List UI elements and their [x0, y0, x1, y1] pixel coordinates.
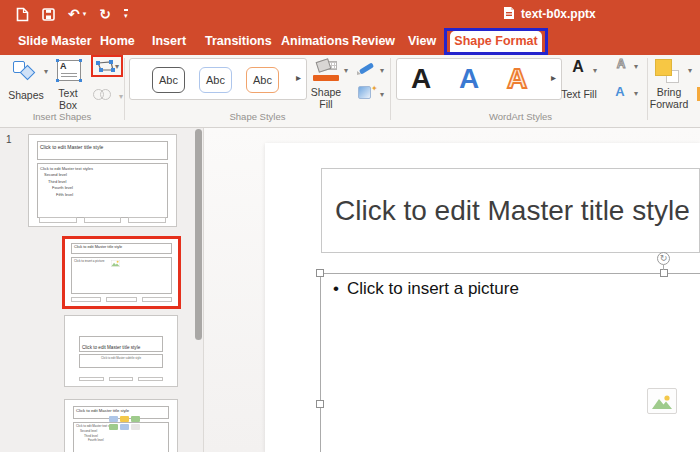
content-media-icon	[131, 424, 140, 430]
text-effects-dropdown-caret[interactable]: ▾	[634, 89, 638, 98]
redo-button[interactable]: ↻	[99, 7, 111, 21]
wordart-option-1[interactable]: A	[401, 60, 441, 98]
document-title: text-b0x.pptx	[521, 7, 596, 21]
text-box-icon-handle	[79, 79, 82, 82]
thumbnail-title-layout[interactable]: Click to edit Master title style Click t…	[64, 315, 178, 387]
shape-effects-icon[interactable]	[358, 86, 371, 99]
shape-styles-more-arrow[interactable]: ▸	[296, 72, 301, 83]
bring-forward-button-label[interactable]: Bring Forward	[640, 86, 698, 110]
content-area: 1 Click to edit Master title style Click…	[0, 128, 700, 452]
selection-handle-top-left[interactable]	[316, 269, 324, 277]
wordart-styles-more-arrow[interactable]: ▸	[551, 72, 556, 83]
undo-button[interactable]: ↶▾	[68, 7, 86, 21]
shape-fill-dropdown-caret[interactable]: ▾	[344, 66, 348, 75]
save-button[interactable]	[42, 8, 55, 21]
text-outline-dropdown-caret[interactable]: ▾	[634, 62, 638, 71]
text-fill-icon[interactable]: A	[566, 58, 590, 84]
ribbon-tab-bar: Slide Master Home Insert Transitions Ani…	[0, 28, 700, 55]
thumb-body-placeholder: Click to edit Master text styles Second …	[37, 163, 168, 218]
thumbnail-picture-layout-selected[interactable]: Click to edit Master title style Click t…	[62, 236, 181, 309]
title-placeholder[interactable]: Click to edit Master title style	[321, 168, 700, 253]
thumb-footer-box	[138, 377, 163, 381]
ribbon: ▾ Shapes A Text Box ▾ ▾ Insert Shapes	[0, 55, 700, 128]
group-label-wordart-styles: WordArt Styles	[468, 111, 573, 122]
shape-fill-icon[interactable]	[313, 59, 340, 84]
text-box-icon-handle	[79, 59, 82, 62]
thumb-title-placeholder: Click to edit Master title style	[71, 243, 172, 254]
thumbnail-content-layout[interactable]: Click to edit Master title style Click t…	[64, 399, 178, 452]
tab-animations[interactable]: Animations	[281, 28, 349, 55]
group-divider	[124, 58, 125, 120]
thumb-footer-row	[39, 217, 166, 223]
thumb-footer-box	[79, 377, 104, 381]
title-placeholder-text: Click to edit Master title style	[322, 169, 699, 252]
tab-slide-master[interactable]: Slide Master	[18, 28, 92, 55]
undo-dropdown-caret[interactable]: ▾	[83, 10, 87, 18]
text-box-icon[interactable]: A	[57, 60, 81, 81]
text-box-icon-letter: A	[60, 61, 67, 71]
quick-access-toolbar: ↶▾ ↻ ▾	[16, 0, 128, 28]
edit-points-dropdown-caret[interactable]: ▾	[115, 62, 119, 71]
shape-style-option-1[interactable]: Abc	[152, 67, 185, 93]
shape-style-option-3[interactable]: Abc	[246, 67, 279, 93]
shape-outline-icon[interactable]	[357, 63, 377, 75]
tab-view[interactable]: View	[408, 28, 436, 55]
picture-placeholder-label: Click to insert a picture	[347, 279, 519, 298]
text-box-icon-handle	[56, 79, 59, 82]
text-effects-icon[interactable]: A	[612, 84, 628, 100]
thumb-title-placeholder: Click to edit Master title style	[37, 141, 168, 160]
shape-style-option-2[interactable]: Abc	[199, 67, 232, 93]
tab-review[interactable]: Review	[352, 28, 395, 55]
panel-divider	[203, 128, 204, 452]
selection-handle-top-center[interactable]	[660, 269, 668, 277]
merge-shapes-circle	[100, 89, 111, 100]
text-outline-icon[interactable]: A	[611, 58, 631, 78]
group-label-insert-shapes: Insert Shapes	[8, 111, 116, 122]
document-title-area: text-b0x.pptx	[503, 0, 596, 28]
text-fill-letter: A	[566, 58, 590, 75]
picture-placeholder-text[interactable]: •Click to insert a picture	[333, 279, 519, 299]
shape-effects-spark: ✦	[371, 84, 378, 93]
rotation-handle-icon[interactable]: ↻	[657, 252, 670, 265]
selection-border-top[interactable]	[320, 273, 700, 274]
powerpoint-window: ↶▾ ↻ ▾ text-b0x.pptx Slide Master Home I…	[0, 0, 700, 452]
edit-points-icon[interactable]	[95, 59, 115, 77]
pen-body	[359, 62, 374, 74]
wordart-option-3[interactable]: A	[497, 60, 537, 98]
insert-picture-icon[interactable]	[647, 388, 677, 414]
shape-fill-button-label[interactable]: Shape Fill	[303, 86, 349, 110]
bring-forward-dropdown-caret[interactable]: ▾	[688, 66, 692, 75]
shapes-dropdown-caret[interactable]: ▾	[44, 67, 48, 76]
tab-home[interactable]: Home	[100, 28, 135, 55]
group-label-shape-styles: Shape Styles	[210, 111, 305, 122]
thumb-footer-box	[71, 297, 101, 302]
wordart-styles-gallery: A A A ▸	[396, 58, 562, 100]
shape-effects-dropdown-caret[interactable]: ▾	[380, 90, 384, 99]
shapes-button-label[interactable]: Shapes	[0, 89, 52, 101]
content-picture-icon	[109, 424, 118, 430]
selection-handle-middle-left[interactable]	[316, 400, 324, 408]
thumbnail-master[interactable]: Click to edit Master title style Click t…	[28, 134, 177, 227]
bring-forward-icon[interactable]	[655, 59, 683, 85]
tab-insert[interactable]: Insert	[152, 28, 186, 55]
wordart-option-2[interactable]: A	[449, 60, 489, 98]
shapes-icon[interactable]	[12, 60, 40, 84]
shape-outline-dropdown-caret[interactable]: ▾	[380, 66, 384, 75]
thumb-footer-box	[106, 297, 136, 302]
thumb-footer-box	[84, 217, 122, 223]
selection-border-left[interactable]	[320, 273, 321, 452]
shape-fill-color-bar	[313, 75, 339, 81]
rotation-handle-stem	[663, 265, 664, 270]
tab-transitions[interactable]: Transitions	[205, 28, 272, 55]
text-fill-button-label[interactable]: Text Fill	[556, 88, 602, 100]
text-fill-dropdown-caret[interactable]: ▾	[593, 66, 597, 75]
powerpoint-file-icon	[503, 6, 515, 23]
thumbnails-scrollbar[interactable]	[195, 129, 202, 340]
edit-points-highlight-box: ▾	[91, 55, 123, 77]
new-file-button[interactable]	[16, 7, 29, 22]
content-chart2-icon	[120, 424, 129, 430]
text-box-button-label[interactable]: Text Box	[48, 87, 88, 111]
thumb-subtitle-placeholder: Click to edit Master subtitle style	[79, 354, 163, 368]
customize-toolbar-button[interactable]: ▾	[124, 9, 128, 20]
tab-shape-format[interactable]: Shape Format	[450, 31, 542, 52]
